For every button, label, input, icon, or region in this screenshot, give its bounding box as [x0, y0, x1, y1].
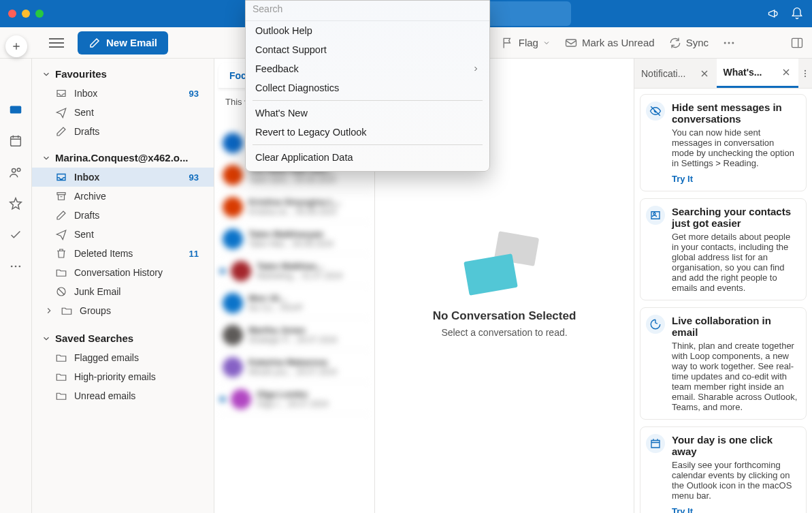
new-email-label: New Email	[106, 37, 157, 48]
envelope-icon	[564, 36, 578, 50]
whatsnew-card: Live collaboration in emailThink, plan a…	[640, 307, 807, 420]
megaphone-icon[interactable]	[767, 7, 781, 20]
message-row[interactable]: Martha JonesStrategic P... 28.07.2024	[220, 321, 369, 350]
right-panel: Notificati... What's... Hide sent messag…	[634, 59, 812, 513]
unread-dot	[220, 397, 225, 402]
acct-sent[interactable]: Sent	[32, 225, 214, 244]
rail-more[interactable]	[8, 259, 23, 274]
hamburger-button[interactable]	[49, 38, 64, 48]
svg-point-10	[15, 266, 17, 268]
whatsnew-card: Hide sent messages in conversationsYou c…	[640, 94, 807, 191]
mail-icon	[8, 102, 23, 117]
try-it-link[interactable]: Try It	[672, 174, 798, 184]
try-it-link[interactable]: Try It	[672, 506, 798, 513]
acct-conv-history[interactable]: Conversation History	[32, 263, 214, 282]
avatar	[231, 261, 251, 281]
right-pane-more[interactable]	[798, 59, 812, 88]
svg-point-1	[724, 42, 726, 44]
minimise-window-button[interactable]	[22, 10, 30, 18]
send-icon	[55, 106, 67, 119]
window-controls	[8, 10, 44, 18]
help-revert-legacy[interactable]: Revert to Legacy Outlook	[246, 123, 489, 142]
unread-dot	[220, 268, 225, 274]
more-button[interactable]	[722, 36, 736, 50]
svg-point-15	[805, 72, 806, 74]
compose-icon	[88, 37, 101, 49]
rail-people[interactable]	[8, 165, 23, 180]
close-icon[interactable]	[699, 68, 710, 79]
help-feedback[interactable]: Feedback	[246, 59, 489, 78]
fav-drafts[interactable]: Drafts	[32, 122, 214, 141]
msg-preview: Marketing... 31.07.2024	[257, 271, 366, 281]
saved-unread[interactable]: Unread emails	[32, 386, 214, 405]
calendar-icon	[8, 134, 23, 149]
bell-icon[interactable]	[790, 7, 804, 20]
flag-icon	[501, 36, 515, 50]
folder-icon	[61, 305, 73, 317]
rail-todo[interactable]	[8, 228, 23, 243]
saved-flagged[interactable]: Flagged emails	[32, 348, 214, 367]
new-email-button[interactable]: New Email	[78, 31, 168, 55]
acct-junk[interactable]: Junk Email	[32, 282, 214, 301]
archive-icon	[55, 190, 67, 202]
message-row[interactable]: Kristina Sinyugina L...Kristina se... 04…	[220, 193, 369, 222]
saved-high[interactable]: High-priority emails	[32, 367, 214, 386]
rail-calendar[interactable]	[8, 134, 23, 149]
fav-inbox[interactable]: Inbox 93	[32, 84, 214, 103]
notifications-tab[interactable]: Notificati...	[634, 59, 717, 88]
folder-icon	[55, 352, 67, 364]
card-body: Think, plan and create together with Loo…	[672, 341, 798, 412]
favourites-header[interactable]: Favourites	[32, 64, 214, 84]
help-contact-support[interactable]: Contact Support	[246, 40, 489, 59]
acct-drafts[interactable]: Drafts	[32, 206, 214, 225]
message-row[interactable]: Olga LomkoOlga I... 28.07.2024	[220, 385, 369, 414]
sync-button[interactable]: Sync	[668, 36, 709, 50]
acct-deleted-count: 11	[189, 249, 199, 259]
rail-star[interactable]	[8, 196, 23, 211]
msg-preview: Olga I... 28.07.2024	[257, 399, 366, 409]
account-header[interactable]: Marina.Conquest@x462.o...	[32, 148, 214, 168]
avatar	[223, 229, 243, 249]
message-row[interactable]: Tatev Malkhas...Marketing... 31.07.2024	[220, 257, 369, 286]
svg-rect-4	[792, 38, 802, 47]
star-icon	[8, 196, 23, 211]
message-row[interactable]: Mon 16...No Co... RSVP	[220, 289, 369, 318]
acct-groups[interactable]: Groups	[32, 301, 214, 320]
flag-button[interactable]: Flag	[501, 36, 551, 50]
chevron-down-icon	[542, 39, 551, 47]
help-menu-search[interactable]: Search	[246, 1, 489, 21]
card-body: You can now hide sent messages in conver…	[672, 127, 798, 168]
msg-preview: Kristina se... 04.08.2024	[248, 207, 366, 217]
acct-inbox[interactable]: Inbox 93	[32, 168, 214, 187]
help-outlook-help[interactable]: Outlook Help	[246, 21, 489, 40]
help-clear-app-data[interactable]: Clear Application Data	[246, 148, 489, 167]
svg-rect-6	[11, 137, 21, 146]
fav-sent[interactable]: Sent	[32, 103, 214, 122]
avatar	[223, 197, 243, 217]
zoom-window-button[interactable]	[35, 10, 44, 18]
compose-fab[interactable]	[5, 35, 27, 57]
help-collect-diagnostics[interactable]: Collect Diagnostics	[246, 78, 489, 97]
msg-sender: Katarina Makarova	[248, 357, 366, 367]
mark-unread-button[interactable]: Mark as Unread	[564, 36, 655, 50]
avatar	[223, 325, 243, 345]
close-icon[interactable]	[781, 67, 792, 78]
draft-icon	[55, 209, 67, 221]
focused-tab[interactable]: Foc	[229, 70, 246, 81]
chevron-right-icon	[472, 65, 480, 73]
message-row[interactable]: Tatev MalkhasyanTatev Mal... 04.08.2024	[220, 225, 369, 254]
acct-deleted[interactable]: Deleted Items 11	[32, 244, 214, 263]
whatsnew-tab[interactable]: What's...	[717, 59, 799, 88]
folder-icon	[55, 371, 67, 383]
acct-archive[interactable]: Archive	[32, 187, 214, 206]
svg-point-2	[728, 42, 730, 44]
rail-mail[interactable]	[8, 102, 23, 117]
message-row[interactable]: Katarina MakarovaWould you... 28.07.2024	[220, 353, 369, 382]
chevron-down-icon	[42, 153, 51, 163]
close-window-button[interactable]	[8, 10, 16, 18]
svg-rect-0	[566, 40, 576, 46]
help-whats-new[interactable]: What's New	[246, 104, 489, 123]
panel-toggle-icon[interactable]	[790, 36, 804, 50]
chevron-down-icon	[42, 69, 51, 79]
saved-searches-header[interactable]: Saved Searches	[32, 328, 214, 348]
